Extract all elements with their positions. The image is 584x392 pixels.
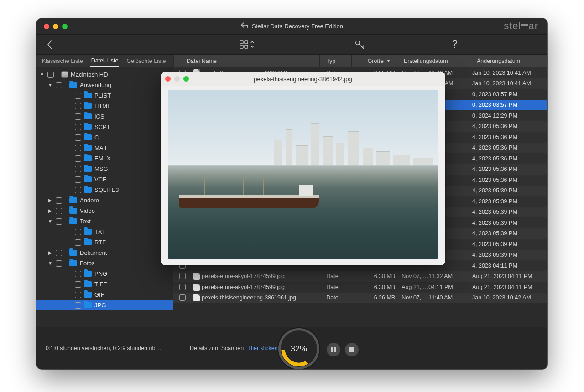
close-window-button[interactable] [44,24,49,29]
activation-key-button[interactable] [355,40,365,49]
folder-icon [84,166,92,172]
tree-node[interactable]: MSG [36,164,173,174]
file-modified-cell: 4, 2023 05:36 PM [472,134,548,140]
tree-node[interactable]: SCPT [36,122,173,132]
preview-window[interactable]: pexels-thisisengineering-3861942.jpg [161,72,445,265]
stop-scan-button[interactable] [345,343,359,356]
tree-checkbox[interactable] [75,239,81,246]
folder-icon [84,239,92,245]
file-modified-cell: Jan 10, 2023 10:42 AM [472,294,548,301]
sidebar-tree[interactable]: ▼Macintosh HD▼AnwendungPLISTHTMLICSSCPTC… [36,67,173,327]
tree-checkbox[interactable] [75,134,81,141]
tree-checkbox[interactable] [75,93,81,99]
tree-checkbox[interactable] [75,124,81,130]
tree-checkbox[interactable] [56,82,62,88]
tree-node[interactable]: GIF [36,289,173,300]
chevron-down-icon[interactable]: ▼ [39,72,45,77]
tree-node[interactable]: SQLITE3 [36,185,173,195]
file-checkbox[interactable] [179,284,186,290]
tree-checkbox[interactable] [75,176,81,183]
tree-checkbox[interactable] [75,155,81,162]
column-header-created[interactable]: Erstellungsdatum [397,55,470,67]
tab-classic-list[interactable]: Klassische Liste [41,56,84,66]
maximize-window-button[interactable] [62,24,68,29]
chevron-down-icon[interactable]: ▼ [47,219,53,224]
help-button[interactable] [452,40,458,50]
tab-file-list[interactable]: Datei-Liste [90,56,120,67]
tree-node[interactable]: VCF [36,174,173,185]
tree-node[interactable]: TIFF [36,279,173,289]
scan-progress-percent: 32% [291,344,307,354]
chevron-down-icon[interactable]: ▼ [47,83,53,88]
tree-node[interactable]: ▶Video [36,206,173,216]
preview-close-button[interactable] [165,76,171,82]
file-type-cell: Datei [326,284,357,290]
tree-node[interactable]: ▼Text [36,216,173,227]
tree-checkbox[interactable] [56,218,62,225]
tree-checkbox[interactable] [75,302,81,309]
file-checkbox[interactable] [179,294,186,301]
tree-checkbox[interactable] [75,229,81,235]
chevron-right-icon[interactable]: ▶ [47,198,53,203]
tree-node[interactable]: ▼Macintosh HD [36,69,173,80]
tree-checkbox[interactable] [75,166,81,172]
tree-checkbox[interactable] [75,187,81,193]
pause-scan-button[interactable] [327,343,340,356]
file-row[interactable]: pexels-emre-akyol-17874599.jpgDatei6.30 … [173,271,548,282]
file-row[interactable]: pexels-emre-akyol-17874599.jpgDatei6.30 … [173,282,548,293]
tab-deleted-list[interactable]: Gelöschte Liste [125,56,167,66]
chevron-down-icon[interactable]: ▼ [47,261,53,266]
file-modified-cell: 4, 2023 05:39 PM [472,187,548,194]
file-modified-cell: 4, 2023 05:39 PM [472,241,548,248]
tree-node[interactable]: C [36,132,173,143]
chevron-right-icon[interactable]: ▶ [47,250,53,255]
folder-icon [69,260,77,266]
tree-node[interactable]: ▶Andere [36,195,173,206]
scan-details-link[interactable]: Hier klicken [248,345,278,351]
file-row[interactable]: pexels-thisisengineering-3861961.jpgDate… [173,293,548,304]
tree-checkbox[interactable] [56,208,62,214]
file-modified-cell: 4, 2023 05:39 PM [472,198,548,205]
tree-node[interactable]: MAIL [36,143,173,153]
column-header-size[interactable]: Größe ▼ [351,55,397,67]
tree-node[interactable]: ▼Anwendung [36,80,173,90]
tree-checkbox[interactable] [75,113,81,120]
file-checkbox[interactable] [179,273,186,279]
tree-node[interactable]: RTF [36,237,173,248]
tree-node[interactable]: ▶Dokument [36,248,173,258]
tree-checkbox[interactable] [75,145,81,151]
tree-checkbox[interactable] [75,103,81,109]
tree-checkbox[interactable] [56,197,62,204]
file-modified-cell: 4, 2023 05:39 PM [472,220,548,226]
tree-node[interactable]: ▼Fotos [36,258,173,268]
tree-checkbox[interactable] [47,72,54,78]
preview-maximize-button[interactable] [183,76,189,82]
tree-node[interactable]: PNG [36,268,173,279]
tree-node-label: TIFF [94,281,107,288]
chevron-right-icon[interactable]: ▶ [47,208,53,213]
tree-node[interactable]: PLIST [36,90,173,101]
file-icon [193,284,200,291]
tree-checkbox[interactable] [75,281,81,288]
column-header-modified[interactable]: Änderungsdatum [470,55,548,67]
tree-node[interactable]: TXT [36,227,173,237]
file-modified-cell: Aug 21, 2023 04:11 PM [472,273,548,279]
preview-minimize-button[interactable] [174,76,180,82]
tree-checkbox[interactable] [75,292,81,298]
tree-checkbox[interactable] [75,271,81,277]
tree-node[interactable]: EMLX [36,153,173,164]
tree-checkbox[interactable] [56,260,62,267]
tree-node-label: RTF [94,239,106,246]
preview-filename: pexels-thisisengineering-3861942.jpg [254,76,352,83]
subheader-row: Klassische Liste Datei-Liste Gelöschte L… [36,55,548,67]
tree-node[interactable]: ICS [36,111,173,122]
column-header-type[interactable]: Typ [319,55,351,67]
folder-icon [69,82,77,88]
column-header-name[interactable]: Datei Name [173,55,319,67]
tree-node[interactable]: JPG [36,300,173,310]
tree-node[interactable]: HTML [36,101,173,111]
minimize-window-button[interactable] [53,24,58,29]
back-button[interactable] [47,40,53,50]
tree-checkbox[interactable] [56,250,62,256]
view-mode-button[interactable] [240,40,255,49]
